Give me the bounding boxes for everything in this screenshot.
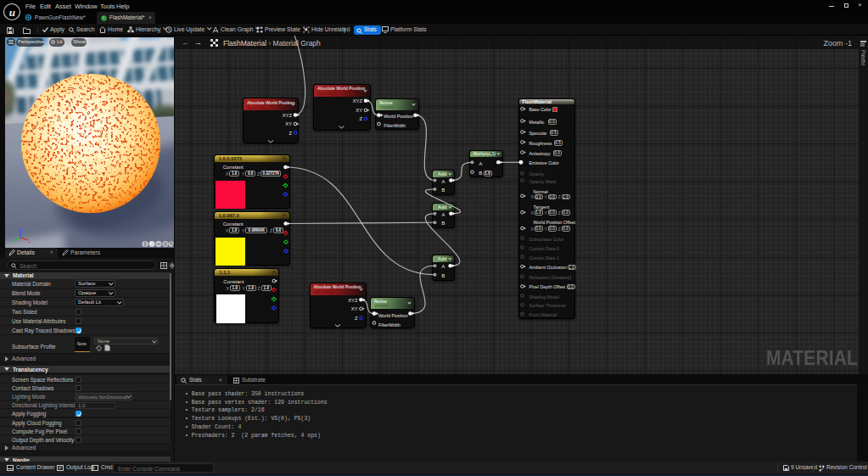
svg-text:Z: Z xyxy=(359,116,362,121)
svg-text:u: u xyxy=(9,6,15,19)
svg-text:XYZ: XYZ xyxy=(283,113,293,118)
svg-text:XY: XY xyxy=(356,108,362,113)
svg-text:XY: XY xyxy=(285,121,292,126)
svg-text:XY: XY xyxy=(351,306,358,311)
svg-text:x: x xyxy=(29,239,31,244)
svg-text:z: z xyxy=(21,227,24,232)
svg-text:XYZ: XYZ xyxy=(353,98,363,104)
svg-text:XYZ: XYZ xyxy=(348,298,358,303)
svg-text:Z: Z xyxy=(355,316,358,321)
svg-text:Z: Z xyxy=(288,131,292,136)
